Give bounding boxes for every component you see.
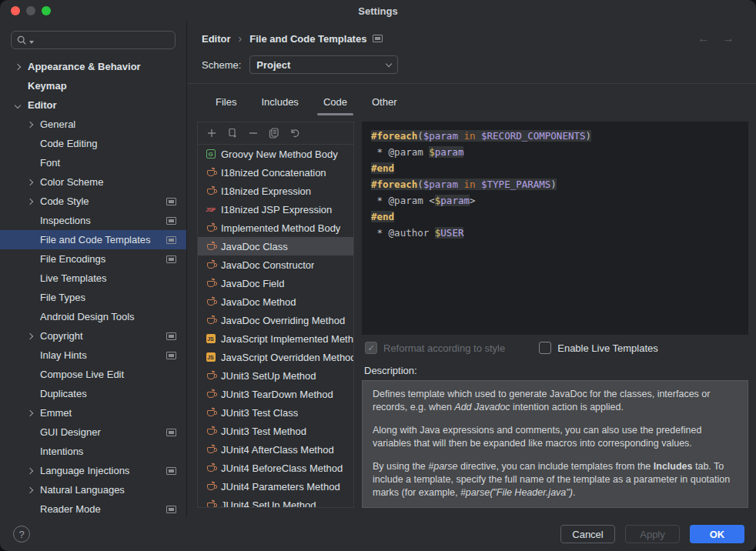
sidebar-item-duplicates[interactable]: Duplicates xyxy=(0,384,186,403)
help-icon[interactable]: ? xyxy=(13,526,30,543)
template-item-javascript-overridden-method-body[interactable]: JSJavaScript Overridden Method Body xyxy=(198,348,353,366)
sidebar-item-font[interactable]: Font xyxy=(0,153,186,172)
template-item-javadoc-class[interactable]: JavaDoc Class xyxy=(198,237,353,255)
template-item-label: JavaDoc Method xyxy=(221,296,296,308)
java-icon xyxy=(204,409,217,416)
enable-live-templates-checkbox[interactable]: Enable Live Templates xyxy=(539,342,658,354)
template-code-editor[interactable]: #foreach($param in $RECORD_COMPONENTS) *… xyxy=(362,122,748,335)
template-item-i18nized-expression[interactable]: I18nized Expression xyxy=(198,182,353,200)
sidebar-item-file-types[interactable]: File Types xyxy=(0,288,186,307)
chevron-right-icon[interactable] xyxy=(27,332,33,339)
copy-icon[interactable] xyxy=(269,128,279,139)
chevron-down-icon[interactable] xyxy=(15,102,21,108)
sidebar-item-emmet[interactable]: Emmet xyxy=(0,403,186,422)
reformat-checkbox: ✓ Reformat according to style xyxy=(365,342,505,354)
sidebar-item-file-encodings[interactable]: File Encodings xyxy=(0,249,186,269)
checkbox-checked-icon: ✓ xyxy=(365,342,377,354)
template-item-junit3-teardown-method[interactable]: JUnit3 TearDown Method xyxy=(198,385,353,403)
template-item-javadoc-method[interactable]: JavaDoc Method xyxy=(198,292,353,311)
scheme-select[interactable]: Project xyxy=(249,55,398,74)
template-item-javascript-implemented-method-body[interactable]: JSJavaScript Implemented Method Body xyxy=(198,329,353,348)
sidebar-item-inspections[interactable]: Inspections xyxy=(0,211,186,230)
remove-icon[interactable] xyxy=(248,128,259,139)
reset-icon[interactable] xyxy=(289,128,301,139)
description-paragraph: Defines template which used to generate … xyxy=(373,388,738,414)
template-item-i18nized-jsp-expression[interactable]: JSPI18nized JSP Expression xyxy=(198,200,353,219)
template-item-junit4-parameters-method[interactable]: JUnit4 Parameters Method xyxy=(198,477,353,496)
sidebar-item-live-templates[interactable]: Live Templates xyxy=(0,269,186,288)
template-item-junit3-test-class[interactable]: JUnit3 Test Class xyxy=(198,403,353,422)
ok-button[interactable]: OK xyxy=(690,525,744,543)
settings-sidebar: Appearance & BehaviorKeymapEditorGeneral… xyxy=(0,22,187,517)
tab-files[interactable]: Files xyxy=(206,87,246,116)
chevron-right-icon[interactable] xyxy=(27,198,33,204)
template-item-javadoc-field[interactable]: JavaDoc Field xyxy=(198,274,353,292)
sidebar-item-intentions[interactable]: Intentions xyxy=(0,442,186,461)
tab-includes[interactable]: Includes xyxy=(251,87,308,116)
description-paragraph: Along with Java expressions and comments… xyxy=(373,424,738,450)
chevron-right-icon[interactable] xyxy=(27,467,33,473)
sidebar-item-keymap[interactable]: Keymap xyxy=(0,76,186,95)
reformat-checkbox-label: Reformat according to style xyxy=(383,342,505,354)
sidebar-item-label: Code Style xyxy=(40,195,89,207)
jsp-icon: JSP xyxy=(204,207,217,212)
template-item-junit4-beforeclass-method[interactable]: JUnit4 BeforeClass Method xyxy=(198,459,353,477)
java-icon xyxy=(204,464,217,472)
sidebar-item-appearance-behavior[interactable]: Appearance & Behavior xyxy=(0,57,186,76)
sidebar-item-copyright[interactable]: Copyright xyxy=(0,326,186,346)
template-item-label: I18nized Concatenation xyxy=(221,167,326,179)
template-item-i18nized-concatenation[interactable]: I18nized Concatenation xyxy=(198,163,353,182)
checkbox-unchecked-icon[interactable] xyxy=(539,342,551,354)
tab-other[interactable]: Other xyxy=(362,87,407,116)
template-item-junit3-setup-method[interactable]: JUnit3 SetUp Method xyxy=(198,366,353,385)
template-item-junit4-afterclass-method[interactable]: JUnit4 AfterClass Method xyxy=(198,440,353,459)
java-icon xyxy=(204,279,217,287)
sidebar-item-file-and-code-templates[interactable]: File and Code Templates xyxy=(0,230,186,249)
sidebar-item-label: Intentions xyxy=(40,446,83,457)
sidebar-item-color-scheme[interactable]: Color Scheme xyxy=(0,172,186,192)
sidebar-item-android-design-tools[interactable]: Android Design Tools xyxy=(0,307,186,326)
add-icon[interactable] xyxy=(206,128,217,139)
template-item-label: JavaDoc Constructor xyxy=(221,259,314,271)
sidebar-item-natural-languages[interactable]: Natural Languages xyxy=(0,480,186,499)
template-item-javadoc-overriding-method[interactable]: JavaDoc Overriding Method xyxy=(198,311,353,329)
chevron-right-icon[interactable] xyxy=(27,121,33,127)
template-item-groovy-new-method-body[interactable]: GGroovy New Method Body xyxy=(198,145,353,163)
chevron-right-icon[interactable] xyxy=(27,179,33,185)
cancel-button[interactable]: Cancel xyxy=(560,525,615,543)
sidebar-item-editor[interactable]: Editor xyxy=(0,95,186,115)
screen-icon xyxy=(166,506,176,513)
search-options-caret-icon[interactable] xyxy=(29,41,34,44)
sidebar-item-label: Live Templates xyxy=(40,272,106,284)
template-item-javadoc-constructor[interactable]: JavaDoc Constructor xyxy=(198,255,353,274)
sidebar-item-language-injections[interactable]: Language Injections xyxy=(0,461,186,480)
chevron-right-icon[interactable] xyxy=(27,409,33,416)
template-item-junit4-setup-method[interactable]: JUnit4 SetUp Method xyxy=(198,496,353,507)
tab-code[interactable]: Code xyxy=(313,87,357,116)
template-item-label: JUnit3 TearDown Method xyxy=(221,389,333,400)
java-icon xyxy=(204,316,217,324)
java-icon xyxy=(204,298,217,306)
template-item-label: Groovy New Method Body xyxy=(221,149,338,160)
sidebar-item-label: General xyxy=(40,119,75,130)
sidebar-item-label: Keymap xyxy=(28,80,67,92)
sidebar-item-reader-mode[interactable]: Reader Mode xyxy=(0,499,186,517)
forward-arrow-icon[interactable]: → xyxy=(722,32,734,45)
screen-icon xyxy=(166,217,176,225)
duplicate-icon[interactable] xyxy=(227,128,238,139)
sidebar-item-label: File and Code Templates xyxy=(40,234,151,245)
sidebar-item-inlay-hints[interactable]: Inlay Hints xyxy=(0,346,186,365)
template-item-junit3-test-method[interactable]: JUnit3 Test Method xyxy=(198,422,353,440)
back-arrow-icon[interactable]: ← xyxy=(697,32,710,45)
sidebar-item-gui-designer[interactable]: GUI Designer xyxy=(0,422,186,442)
chevron-right-icon[interactable] xyxy=(15,63,21,69)
sidebar-item-compose-live-edit[interactable]: Compose Live Edit xyxy=(0,365,186,384)
chevron-right-icon[interactable] xyxy=(27,486,33,493)
sidebar-item-code-style[interactable]: Code Style xyxy=(0,192,186,211)
search-input[interactable] xyxy=(11,31,176,49)
breadcrumb-root[interactable]: Editor xyxy=(202,33,231,45)
sidebar-item-code-editing[interactable]: Code Editing xyxy=(0,134,186,153)
description-panel[interactable]: Defines template which used to generate … xyxy=(362,380,748,508)
sidebar-item-general[interactable]: General xyxy=(0,115,186,134)
template-item-implemented-method-body[interactable]: Implemented Method Body xyxy=(198,219,353,237)
